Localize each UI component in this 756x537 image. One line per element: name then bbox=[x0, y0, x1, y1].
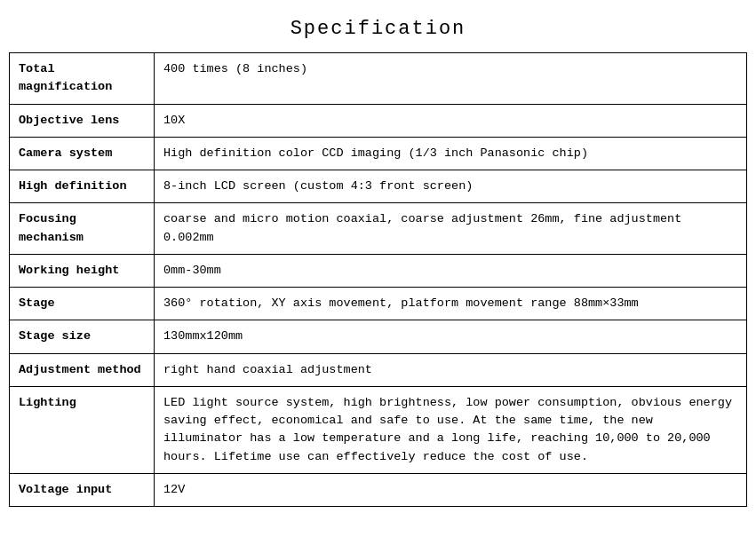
table-row: Objective lens10X bbox=[10, 104, 747, 137]
table-row: Voltage input12V bbox=[10, 473, 747, 506]
row-label: Adjustment method bbox=[10, 353, 155, 386]
row-label: Stage size bbox=[10, 320, 155, 353]
table-row: High definition8-inch LCD screen (custom… bbox=[10, 170, 747, 203]
table-row: Stage size130mmx120mm bbox=[10, 320, 747, 353]
row-label: Lighting bbox=[10, 386, 155, 473]
row-value: 400 times (8 inches) bbox=[155, 53, 747, 105]
row-label: High definition bbox=[10, 170, 155, 203]
row-label: Working height bbox=[10, 254, 155, 287]
row-value: 130mmx120mm bbox=[155, 320, 747, 353]
table-row: Working height0mm-30mm bbox=[10, 254, 747, 287]
table-row: Focusing mechanismcoarse and micro motio… bbox=[10, 203, 747, 255]
row-label: Camera system bbox=[10, 137, 155, 170]
row-label: Stage bbox=[10, 288, 155, 320]
table-row: Camera systemHigh definition color CCD i… bbox=[10, 137, 747, 170]
row-value: 8-inch LCD screen (custom 4:3 front scre… bbox=[155, 170, 747, 203]
row-label: Focusing mechanism bbox=[10, 203, 155, 255]
row-value: High definition color CCD imaging (1/3 i… bbox=[155, 137, 747, 170]
page-wrapper: Specification Total magnification400 tim… bbox=[0, 0, 756, 537]
table-row: Stage360° rotation, XY axis movement, pl… bbox=[10, 288, 747, 320]
row-label: Total magnification bbox=[10, 53, 155, 105]
table-row: Adjustment methodright hand coaxial adju… bbox=[10, 353, 747, 386]
row-label: Voltage input bbox=[10, 473, 155, 506]
spec-table: Total magnification400 times (8 inches)O… bbox=[9, 52, 747, 507]
row-value: coarse and micro motion coaxial, coarse … bbox=[155, 203, 747, 255]
table-row: Total magnification400 times (8 inches) bbox=[10, 53, 747, 105]
row-value: 0mm-30mm bbox=[155, 254, 747, 287]
row-value: 10X bbox=[155, 104, 747, 137]
row-value: LED light source system, high brightness… bbox=[155, 386, 747, 473]
page-title: Specification bbox=[9, 9, 747, 52]
row-label: Objective lens bbox=[10, 104, 155, 137]
row-value: right hand coaxial adjustment bbox=[155, 353, 747, 386]
table-row: LightingLED light source system, high br… bbox=[10, 386, 747, 473]
row-value: 12V bbox=[155, 473, 747, 506]
row-value: 360° rotation, XY axis movement, platfor… bbox=[155, 288, 747, 320]
